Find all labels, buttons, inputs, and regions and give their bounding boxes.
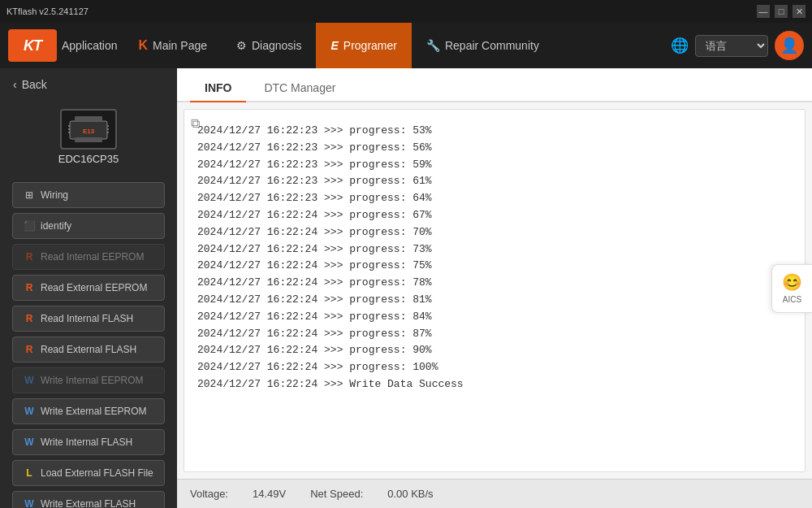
voltage-value: 14.49V (253, 488, 286, 500)
aics-label: AICS (783, 295, 801, 304)
write-internal-eeprom-button: W Write Internal EEPROM (12, 367, 165, 393)
log-line: 2024/12/27 16:22:23 >>> progress: 61% (197, 173, 792, 190)
svg-text:E13: E13 (83, 128, 95, 135)
device-name: EDC16CP35 (58, 153, 119, 165)
log-line: 2024/12/27 16:22:24 >>> progress: 100% (197, 359, 792, 376)
repair-label: Repair Community (445, 39, 539, 52)
title-bar: KTflash v2.5.241127 — □ ✕ (0, 0, 812, 23)
nav-items: K Main Page ⚙ Diagnosis E Programer 🔧 Re… (124, 23, 672, 68)
log-line: 2024/12/27 16:22:24 >>> progress: 75% (197, 258, 792, 275)
aics-face-icon: 😊 (782, 272, 802, 292)
device-icon: E13 (60, 109, 117, 150)
copy-icon[interactable]: ⧉ (191, 116, 200, 131)
nav-app-label: Application (62, 39, 118, 52)
voltage-label: Voltage: (190, 488, 228, 500)
back-arrow-icon: ‹ (13, 78, 17, 91)
repair-icon: 🔧 (426, 39, 440, 52)
read-internal-eeprom-button: R Read Internal EEPROM (12, 244, 165, 270)
wiring-icon: ⊞ (23, 189, 36, 202)
log-line: 2024/12/27 16:22:24 >>> progress: 73% (197, 241, 792, 258)
main-page-icon: K (139, 38, 149, 53)
log-line: 2024/12/27 16:22:24 >>> progress: 87% (197, 326, 792, 343)
write-internal-eeprom-icon: W (23, 374, 36, 387)
speed-value: 0.00 KB/s (387, 488, 433, 500)
svg-rect-2 (75, 137, 102, 142)
nav-diagnosis[interactable]: ⚙ Diagnosis (222, 23, 316, 68)
read-external-flash-button[interactable]: R Read External FLASH (12, 336, 165, 363)
diagnosis-icon: ⚙ (236, 39, 247, 52)
write-external-eeprom-button[interactable]: W Write External EEPROM (12, 398, 165, 424)
main-page-label: Main Page (153, 39, 207, 52)
minimize-button[interactable]: — (757, 5, 770, 18)
load-external-flash-icon: L (23, 467, 36, 480)
language-select[interactable]: 语言 (695, 35, 768, 57)
log-line: 2024/12/27 16:22:24 >>> progress: 84% (197, 309, 792, 326)
back-button[interactable]: ‹ Back (0, 68, 177, 101)
write-external-flash-button[interactable]: W Write External FLASH (12, 491, 165, 508)
log-line: 2024/12/27 16:22:23 >>> progress: 64% (197, 190, 792, 207)
aics-button[interactable]: 😊 AICS (771, 264, 812, 313)
app-title: KTflash v2.5.241127 (6, 7, 89, 16)
read-internal-flash-button[interactable]: R Read Internal FLASH (12, 306, 165, 332)
log-area[interactable]: ⧉ 2024/12/27 16:22:23 >>> progress: 53%2… (184, 109, 806, 472)
tab-dtc-manager[interactable]: DTC Manager (249, 75, 350, 102)
close-button[interactable]: ✕ (793, 5, 806, 18)
globe-icon: 🌐 (671, 37, 689, 54)
user-button[interactable]: 👤 (775, 31, 804, 60)
sidebar: ‹ Back E13 EDC16CP35 (0, 68, 177, 508)
status-bar: Voltage: 14.49V Net Speed: 0.00 KB/s (177, 479, 812, 508)
main-layout: ‹ Back E13 EDC16CP35 (0, 68, 812, 508)
write-external-eeprom-icon: W (23, 405, 36, 418)
programmer-label: Programer (343, 39, 397, 52)
write-internal-flash-button[interactable]: W Write Internal FLASH (12, 429, 165, 455)
log-line: 2024/12/27 16:22:24 >>> progress: 78% (197, 275, 792, 292)
content-area: INFO DTC Manager ⧉ 2024/12/27 16:22:23 >… (177, 68, 812, 508)
svg-rect-1 (75, 116, 102, 121)
device-info: E13 EDC16CP35 (0, 101, 177, 180)
nav-programmer[interactable]: E Programer (316, 23, 411, 68)
logo-box: KT (8, 29, 57, 62)
read-internal-flash-icon: R (23, 312, 36, 325)
log-lines: 2024/12/27 16:22:23 >>> progress: 53%202… (197, 123, 792, 393)
read-external-eeprom-button[interactable]: R Read External EEPROM (12, 275, 165, 301)
log-line: 2024/12/27 16:22:24 >>> progress: 90% (197, 342, 792, 359)
log-line: 2024/12/27 16:22:24 >>> progress: 67% (197, 207, 792, 224)
programmer-icon: E (330, 39, 338, 52)
nav-repair[interactable]: 🔧 Repair Community (412, 23, 554, 68)
log-line: 2024/12/27 16:22:24 >>> Write Data Succe… (197, 376, 792, 393)
log-line: 2024/12/27 16:22:23 >>> progress: 59% (197, 157, 792, 174)
maximize-button[interactable]: □ (775, 5, 788, 18)
speed-label: Net Speed: (310, 488, 363, 500)
window-controls: — □ ✕ (757, 5, 806, 18)
read-external-eeprom-icon: R (23, 281, 36, 294)
identify-button[interactable]: ⬛ identify (12, 213, 165, 239)
logo: KT Application (8, 29, 118, 62)
log-line: 2024/12/27 16:22:23 >>> progress: 56% (197, 140, 792, 157)
identify-icon: ⬛ (23, 219, 36, 232)
diagnosis-label: Diagnosis (252, 39, 301, 52)
nav-right: 🌐 语言 👤 (671, 31, 804, 60)
tab-bar: INFO DTC Manager (177, 68, 812, 102)
nav-main-page[interactable]: K Main Page (124, 23, 222, 68)
read-internal-eeprom-icon: R (23, 250, 36, 263)
load-external-flash-button[interactable]: L Load External FLASH File (12, 460, 165, 486)
log-line: 2024/12/27 16:22:23 >>> progress: 53% (197, 123, 792, 140)
tab-info[interactable]: INFO (190, 75, 246, 102)
write-internal-flash-icon: W (23, 436, 36, 449)
back-label: Back (22, 78, 47, 91)
navbar: KT Application K Main Page ⚙ Diagnosis E… (0, 23, 812, 68)
wiring-button[interactable]: ⊞ Wiring (12, 182, 165, 208)
log-line: 2024/12/27 16:22:24 >>> progress: 70% (197, 224, 792, 241)
log-line: 2024/12/27 16:22:24 >>> progress: 81% (197, 292, 792, 309)
read-external-flash-icon: R (23, 343, 36, 356)
write-external-flash-icon: W (23, 497, 36, 508)
